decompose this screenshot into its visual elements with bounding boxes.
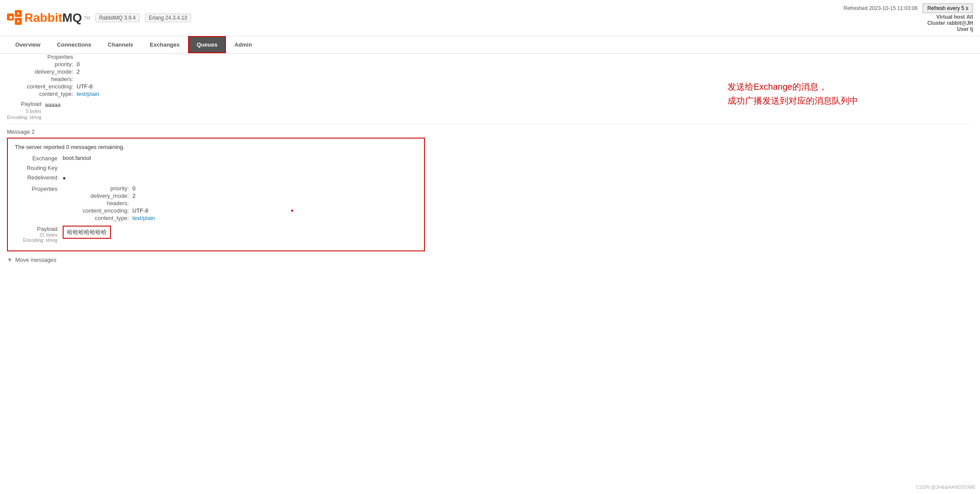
delivery-mode-nested-label: delivery_mode: [63, 193, 132, 199]
move-messages-arrow: ▼ [7, 257, 13, 263]
partial-priority-row: priority: 0 [7, 61, 973, 68]
partial-content-encoding-row: content_encoding: UTF-8 [7, 83, 973, 90]
payload-label-area: Payload 21 bytes Encoding: string [15, 226, 63, 243]
payload-value: 哈哈哈哈哈哈哈 [67, 229, 107, 235]
redelivered-value: • [63, 174, 66, 183]
content-encoding-nested-row: content_encoding: UTF-8 [63, 207, 155, 214]
partial-properties-row: Properties [7, 54, 973, 60]
nav-connections[interactable]: Connections [49, 37, 100, 53]
cluster-label: Cluster [927, 20, 945, 26]
headers-nested-label: headers: [63, 200, 132, 206]
exchange-row: Exchange boot.fanout [15, 155, 417, 162]
partial-top-section: Properties priority: 0 delivery_mode: 2 … [7, 54, 973, 124]
user-label: User [957, 26, 969, 32]
headers-nested-row: headers: [63, 200, 155, 206]
nav-channels[interactable]: Channels [100, 37, 142, 53]
refresh-time: Refreshed 2023-10-15 11:03:06 Refresh ev… [843, 3, 973, 13]
cluster-value: rabbit@JH [947, 20, 973, 26]
content-type-nested-row: content_type: text/plain [63, 215, 155, 221]
partial-content-type-value: text/plain [77, 91, 99, 97]
partial-priority-label: priority: [7, 61, 77, 68]
partial-payload-value: aaaaa [45, 102, 61, 108]
server-message-text: The server reported 0 messages remaining… [15, 144, 125, 150]
server-message: The server reported 0 messages remaining… [15, 144, 417, 150]
user-line: User lj [843, 26, 973, 32]
content-encoding-nested-value: UTF-8 [132, 207, 148, 214]
logo-tm: TM [84, 16, 90, 20]
logo: RabbitMQ TM [7, 10, 90, 26]
virtual-host-value: All [967, 14, 973, 20]
partial-payload-label: Payload 5 bytes Encoding: string [7, 101, 45, 120]
content-type-nested-label: content_type: [63, 215, 132, 221]
partial-payload-title: Payload [7, 101, 41, 108]
svg-rect-5 [17, 20, 19, 22]
delivery-mode-nested-value: 2 [132, 193, 135, 199]
nav-admin[interactable]: Admin [226, 37, 260, 53]
partial-payload-encoding: Encoding: string [7, 114, 41, 120]
exchange-value: boot.fanout [63, 155, 91, 161]
message-2-box: The server reported 0 messages remaining… [7, 138, 425, 251]
message-2-label: Message 2 [7, 129, 973, 135]
priority-nested-row: priority: 0 [63, 185, 155, 192]
partial-delivery-label: delivery_mode: [7, 68, 77, 75]
partial-headers-row: headers: [7, 76, 973, 82]
partial-content-encoding-value: UTF-8 [77, 83, 93, 90]
rabbitmq-logo-icon [7, 10, 23, 26]
virtual-host-label: Virtual host [936, 14, 965, 20]
priority-nested-label: priority: [63, 185, 132, 192]
top-header: RabbitMQ TM RabbitMQ 3.9.4 Erlang 24.3.4… [0, 0, 980, 36]
payload-encoding: Encoding: string [15, 237, 57, 243]
logo-text: RabbitMQ [24, 11, 82, 25]
nav-exchanges[interactable]: Exchanges [141, 37, 188, 53]
nav-bar: Overview Connections Channels Exchanges … [0, 36, 980, 54]
nav-queues[interactable]: Queues [188, 36, 226, 53]
delivery-mode-nested-row: delivery_mode: 2 [63, 193, 155, 199]
virtual-host-line: Virtual host All [843, 14, 973, 20]
routing-key-row: Routing Key [15, 164, 417, 171]
properties-label: Properties [15, 185, 63, 192]
partial-properties-label: Properties [7, 54, 77, 60]
redelivered-row: Redelivered • [15, 174, 417, 183]
move-messages-header: ▼ Move messages [7, 257, 973, 263]
version-badge-erlang: Erlang 24.3.4.13 [145, 14, 191, 22]
main-content: Properties priority: 0 delivery_mode: 2 … [0, 54, 980, 270]
payload-title: Payload [15, 226, 57, 232]
svg-rect-4 [17, 13, 19, 14]
partial-priority-value: 0 [77, 61, 80, 68]
content-type-link[interactable]: text/plain [132, 215, 155, 221]
nav-overview[interactable]: Overview [7, 37, 49, 53]
header-right: Refreshed 2023-10-15 11:03:06 Refresh ev… [843, 3, 973, 32]
partial-content-encoding-label: content_encoding: [7, 83, 77, 90]
payload-value-box: 哈哈哈哈哈哈哈 [63, 226, 111, 239]
redelivered-label: Redelivered [15, 174, 63, 181]
partial-payload-bytes: 5 bytes [7, 108, 41, 114]
version-badge-rabbitmq: RabbitMQ 3.9.4 [95, 14, 140, 22]
priority-nested-value: 0 [132, 185, 135, 192]
partial-content-type-link[interactable]: text/plain [77, 91, 99, 97]
partial-headers-label: headers: [7, 76, 77, 82]
payload-bytes: 21 bytes [15, 232, 57, 237]
user-value: lj [970, 26, 973, 32]
move-messages-label: Move messages [15, 257, 57, 263]
partial-payload-row: Payload 5 bytes Encoding: string aaaaa [7, 101, 973, 120]
content-type-nested-value: text/plain [132, 215, 155, 221]
exchange-label: Exchange [15, 155, 63, 162]
properties-nested: priority: 0 delivery_mode: 2 headers: co… [63, 185, 155, 222]
small-red-dot: • [291, 206, 293, 216]
logo-area: RabbitMQ TM RabbitMQ 3.9.4 Erlang 24.3.4… [7, 10, 191, 26]
partial-delivery-row: delivery_mode: 2 [7, 68, 973, 75]
partial-content-type-row: content_type: text/plain [7, 91, 973, 97]
payload-row: Payload 21 bytes Encoding: string 哈哈哈哈哈哈… [15, 226, 417, 243]
refreshed-label: Refreshed 2023-10-15 11:03:06 [843, 5, 917, 11]
partial-content-type-label: content_type: [7, 91, 77, 97]
cluster-line: Cluster rabbit@JH [843, 20, 973, 26]
routing-key-label: Routing Key [15, 164, 63, 171]
refresh-button[interactable]: Refresh every 5 s [923, 3, 973, 13]
properties-row: Properties priority: 0 delivery_mode: 2 … [15, 185, 417, 222]
svg-rect-3 [10, 16, 12, 19]
partial-delivery-value: 2 [77, 68, 80, 75]
content-encoding-nested-label: content_encoding: [63, 207, 132, 214]
